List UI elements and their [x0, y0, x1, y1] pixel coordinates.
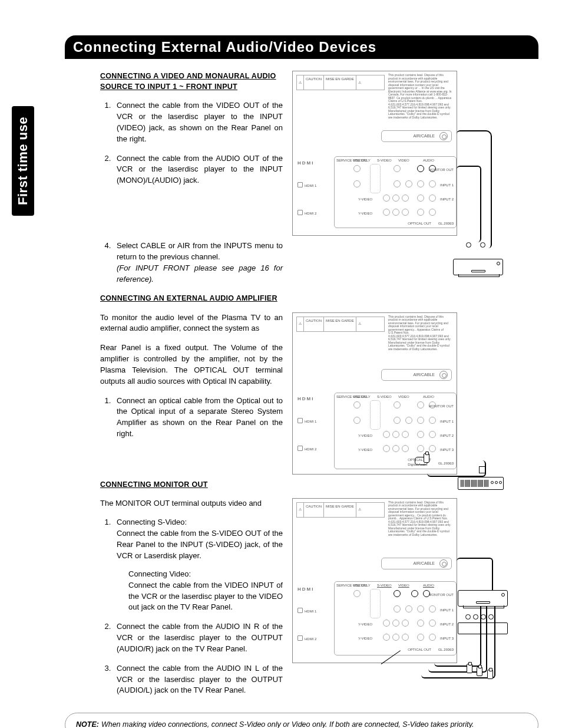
section1-step4: Select CABLE or AIR from the INPUTS menu… [113, 241, 283, 285]
side-tab: First time use [12, 106, 34, 216]
section3-steps: Connecting S-Video: Connect the cable fr… [100, 517, 283, 696]
section1-steps: Connect the cable from the VIDEO OUT of … [100, 100, 283, 186]
section1-step1: Connect the cable from the VIDEO OUT of … [113, 100, 283, 144]
compliance-text-2: This product contains lead. Dispose of t… [388, 315, 453, 351]
note-label: NOTE: [76, 719, 99, 728]
section1-step2: Connect the cable from the AUDIO OUT of … [113, 153, 283, 187]
page-title: Connecting External Audio/Video Devices [65, 35, 538, 59]
section1-steps-cont: Select CABLE or AIR from the INPUTS menu… [100, 241, 283, 285]
content-area: CONNECTING A VIDEO AND MONAURAL AUDIO SO… [100, 71, 536, 704]
section2-p1: To monitor the audio level of the Plasma… [100, 312, 283, 335]
section2-steps: Connect an optical cable from the Optica… [100, 396, 283, 440]
compliance-text: This product contains lead. Dispose of t… [388, 74, 453, 119]
section2-p2: Rear Panel is a fixed output. The Volume… [100, 342, 283, 387]
section-3: The MONITOR OUT terminal outputs video a… [100, 498, 536, 705]
section3-step1: Connecting S-Video: Connect the cable fr… [113, 517, 283, 613]
section1-heading: CONNECTING A VIDEO AND MONAURAL AUDIO SO… [100, 71, 283, 92]
section2-step1: Connect an optical cable from the Optica… [113, 396, 283, 440]
diagram-2: ⚠CAUTIONMISE EN GARDE⚠ This product cont… [292, 312, 457, 475]
section2-heading: CONNECTING AN EXTERNAL AUDIO AMPLIFIER [100, 293, 536, 304]
section3-step3: Connect the cable from the AUDIO IN L of… [113, 663, 283, 697]
section3-p1: The MONITOR OUT terminal outputs video a… [100, 498, 283, 509]
diagram-3: ⚠CAUTIONMISE EN GARDE⚠ This product cont… [292, 498, 457, 663]
note-box: NOTE: When making video connections, con… [65, 713, 538, 728]
section1-step4-note: (For INPUT FRONT please see page 16 for … [117, 263, 283, 284]
diagram-1: ⚠CAUTIONMISE EN GARDE⚠ This product cont… [292, 71, 457, 236]
section3-step2: Connect the cable from the AUDIO IN R of… [113, 621, 283, 655]
section-2: To monitor the audio level of the Plasma… [100, 312, 536, 475]
section-1: CONNECTING A VIDEO AND MONAURAL AUDIO SO… [100, 71, 536, 236]
compliance-text-3: This product contains lead. Dispose of t… [388, 501, 453, 537]
note-text: When making video connections, connect S… [101, 719, 527, 728]
